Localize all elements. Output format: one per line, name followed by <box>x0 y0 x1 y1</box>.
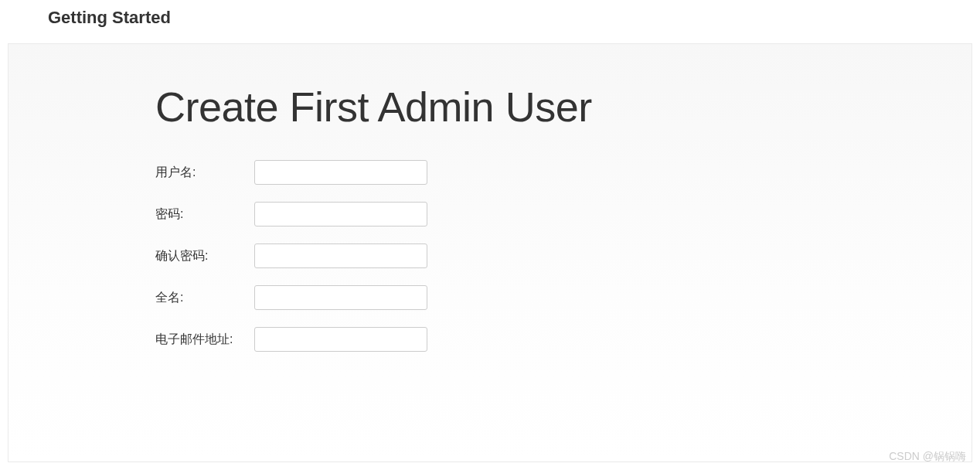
form-row-email: 电子邮件地址: <box>155 327 971 352</box>
password-label: 密码: <box>155 206 254 223</box>
header-title: Getting Started <box>48 8 980 28</box>
form-row-password: 密码: <box>155 202 971 226</box>
email-label: 电子邮件地址: <box>155 332 254 348</box>
form-row-username: 用户名: <box>155 160 971 185</box>
password-input[interactable] <box>254 202 427 226</box>
fullname-input[interactable] <box>254 285 427 310</box>
form-row-confirm-password: 确认密码: <box>155 244 971 268</box>
confirm-password-label: 确认密码: <box>155 248 254 264</box>
fullname-label: 全名: <box>155 290 254 306</box>
form-row-fullname: 全名: <box>155 285 971 310</box>
panel-title: Create First Admin User <box>155 83 971 131</box>
watermark: CSDN @锅锅嗨 <box>889 450 966 464</box>
username-input[interactable] <box>254 160 427 185</box>
confirm-password-input[interactable] <box>254 244 427 268</box>
setup-panel: Create First Admin User 用户名: 密码: 确认密码: 全… <box>8 43 972 462</box>
email-input[interactable] <box>254 327 427 352</box>
page-header: Getting Started <box>0 0 980 43</box>
username-label: 用户名: <box>155 165 254 181</box>
